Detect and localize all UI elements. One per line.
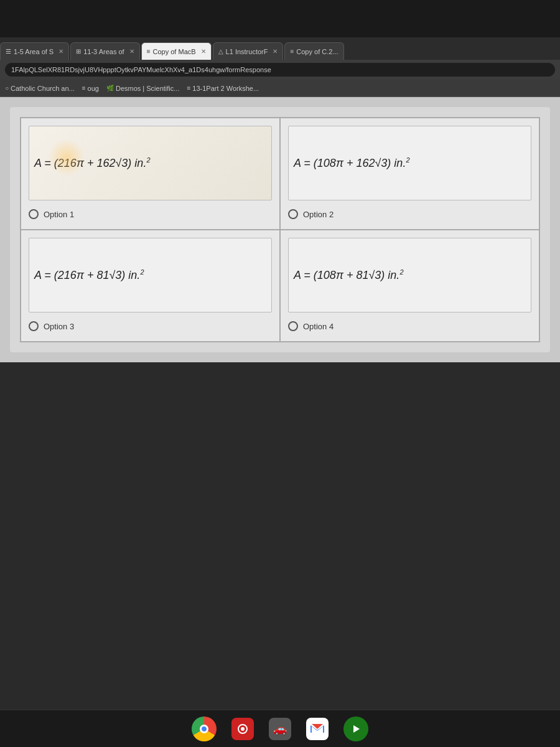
tab-l1-instructor[interactable]: △ L1 InstructorF ✕ <box>213 42 284 60</box>
tab-bar: ☰ 1-5 Area of S ✕ ⊞ 11-3 Areas of ✕ ≡ Co… <box>0 37 560 60</box>
svg-point-1 <box>241 727 245 731</box>
formula-text-3: A = (216π + 81√3) in.2 <box>34 268 144 282</box>
option-cell-4: A = (108π + 81√3) in.2 Option 4 <box>280 230 539 342</box>
tab-label-5: Copy of C.2... <box>296 48 338 55</box>
option-label-1: Option 1 <box>44 210 74 219</box>
top-bar <box>0 0 560 37</box>
bookmark-label-1: Catholic Church an... <box>11 85 75 92</box>
gmail-icon[interactable] <box>306 718 329 740</box>
tab-icon-3: ≡ <box>147 48 151 55</box>
option-radio-row-4: Option 4 <box>288 319 531 334</box>
option-label-3: Option 3 <box>44 322 74 331</box>
red-square-icon[interactable] <box>231 718 254 740</box>
bookmark-icon-4: ≡ <box>187 85 190 92</box>
radio-option-2[interactable] <box>288 209 298 219</box>
option-cell-1: A = (216π + 162√3) in.2 Option 1 <box>21 118 280 230</box>
tab-1-5-area[interactable]: ☰ 1-5 Area of S ✕ <box>0 42 69 60</box>
bookmark-label-3: Desmos | Scientific... <box>116 85 180 92</box>
warm-glow <box>48 139 85 176</box>
tab-icon-4: △ <box>218 48 223 55</box>
chrome-icon[interactable] <box>192 716 217 741</box>
bookmarks-bar: ○ Catholic Church an... ≡ oug 🌿 Desmos |… <box>0 80 560 97</box>
bookmark-label-4: 13-1Part 2 Workshe... <box>192 85 259 92</box>
option-cell-3: A = (216π + 81√3) in.2 Option 3 <box>21 230 280 342</box>
tab-close-2[interactable]: ✕ <box>129 48 134 55</box>
radio-option-1[interactable] <box>29 209 39 219</box>
tab-icon-1: ☰ <box>6 48 11 55</box>
url-input[interactable] <box>5 63 555 77</box>
formula-text-4: A = (108π + 81√3) in.2 <box>294 268 404 282</box>
content-area: A = (216π + 162√3) in.2 Option 1 A = (10… <box>0 97 560 362</box>
chrome-center <box>200 725 208 733</box>
option-radio-row-1: Option 1 <box>29 207 272 222</box>
bookmark-icon-3: 🌿 <box>106 85 114 92</box>
tab-11-3-areas[interactable]: ⊞ 11-3 Areas of ✕ <box>70 42 139 60</box>
tab-label-1: 1-5 Area of S <box>14 48 54 55</box>
svg-marker-2 <box>353 725 360 733</box>
tab-copy-c2[interactable]: ≡ Copy of C.2... <box>284 42 343 60</box>
formula-area-2: A = (108π + 162√3) in.2 <box>288 126 531 200</box>
tab-label-3: Copy of MacB <box>153 48 196 55</box>
bookmark-catholic[interactable]: ○ Catholic Church an... <box>5 85 75 92</box>
bookmark-label-2: oug <box>88 85 99 92</box>
quiz-container: A = (216π + 162√3) in.2 Option 1 A = (10… <box>10 107 550 352</box>
formula-area-3: A = (216π + 81√3) in.2 <box>29 238 272 312</box>
address-bar <box>0 60 560 80</box>
play-icon[interactable] <box>343 716 368 741</box>
radio-option-3[interactable] <box>29 321 39 331</box>
tab-icon-5: ≡ <box>290 48 294 55</box>
bookmark-oug[interactable]: ≡ oug <box>82 85 99 92</box>
tab-label-2: 11-3 Areas of <box>83 48 124 55</box>
bookmark-desmos[interactable]: 🌿 Desmos | Scientific... <box>106 85 180 92</box>
network-icon[interactable]: 🚗 <box>269 718 291 740</box>
option-cell-2: A = (108π + 162√3) in.2 Option 2 <box>280 118 539 230</box>
bookmark-worksheet[interactable]: ≡ 13-1Part 2 Workshe... <box>187 85 259 92</box>
formula-area-1: A = (216π + 162√3) in.2 <box>29 126 272 200</box>
tab-close-3[interactable]: ✕ <box>201 48 206 55</box>
play-svg <box>351 724 361 734</box>
tab-label-4: L1 InstructorF <box>226 48 268 55</box>
tab-close-4[interactable]: ✕ <box>273 48 278 55</box>
tab-icon-2: ⊞ <box>76 48 81 55</box>
formula-area-4: A = (108π + 81√3) in.2 <box>288 238 531 312</box>
tab-copy-macb[interactable]: ≡ Copy of MacB ✕ <box>141 42 212 60</box>
option-radio-row-3: Option 3 <box>29 319 272 334</box>
options-grid: A = (216π + 162√3) in.2 Option 1 A = (10… <box>20 117 540 342</box>
formula-text-2: A = (108π + 162√3) in.2 <box>294 156 410 170</box>
red-icon-svg <box>236 723 249 735</box>
radio-option-4[interactable] <box>288 321 298 331</box>
taskbar: 🚗 <box>0 710 560 747</box>
gmail-svg <box>310 724 324 734</box>
option-label-2: Option 2 <box>303 210 334 219</box>
bookmark-icon-2: ≡ <box>82 85 86 92</box>
tab-close-1[interactable]: ✕ <box>58 48 63 55</box>
option-radio-row-2: Option 2 <box>288 207 531 222</box>
option-label-4: Option 4 <box>303 322 334 331</box>
bookmark-icon-1: ○ <box>5 85 9 92</box>
